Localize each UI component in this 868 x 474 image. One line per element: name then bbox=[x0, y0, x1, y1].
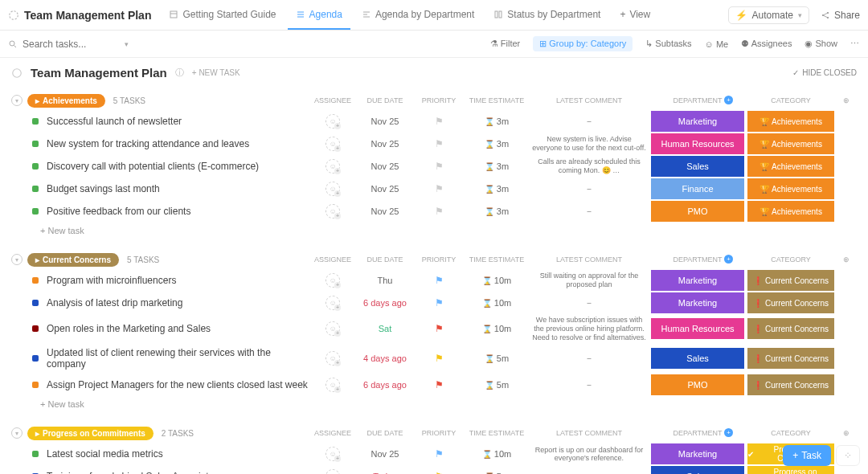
col-comment[interactable]: LATEST COMMENT bbox=[529, 255, 649, 264]
col-priority[interactable]: PRIORITY bbox=[413, 429, 465, 437]
task-name[interactable]: Program with microinfluencers bbox=[47, 271, 309, 290]
col-category[interactable]: CATEGORY bbox=[746, 96, 836, 104]
task-row[interactable]: Discovery call with potential clients (E… bbox=[0, 155, 868, 178]
time-estimate-cell[interactable]: ⌛3m bbox=[465, 139, 529, 149]
time-estimate-cell[interactable]: ⌛10m bbox=[465, 449, 529, 459]
assignee-cell[interactable]: ☺ bbox=[309, 447, 357, 461]
status-dot-icon[interactable] bbox=[32, 451, 39, 457]
task-row[interactable]: Analysis of latest drip marketing☺6 days… bbox=[0, 292, 868, 314]
tab-view[interactable]: +View bbox=[612, 1, 658, 30]
task-row[interactable]: Latest social media metrics☺Nov 25⚑⌛10mR… bbox=[0, 443, 868, 465]
col-comment[interactable]: LATEST COMMENT bbox=[529, 429, 649, 437]
col-assignee[interactable]: ASSIGNEE bbox=[309, 429, 357, 437]
time-estimate-cell[interactable]: ⌛10m bbox=[465, 298, 529, 308]
add-column-button[interactable]: ⊕ bbox=[836, 96, 857, 104]
latest-comment-cell[interactable]: – bbox=[529, 379, 649, 391]
task-name[interactable]: Assign Project Managers for the new clie… bbox=[47, 375, 309, 394]
latest-comment-cell[interactable]: Calls are already scheduled this coming … bbox=[529, 156, 649, 177]
priority-cell[interactable]: ⚑ bbox=[413, 206, 465, 217]
collapse-toggle[interactable]: ▾ bbox=[11, 254, 23, 265]
latest-comment-cell[interactable]: – bbox=[529, 353, 649, 365]
assignee-cell[interactable]: ☺ bbox=[309, 378, 357, 392]
due-date-cell[interactable]: Nov 25 bbox=[357, 161, 413, 171]
department-cell[interactable]: Sales bbox=[649, 155, 746, 178]
priority-cell[interactable]: ⚑ bbox=[413, 379, 465, 390]
time-estimate-cell[interactable]: ⌛3m bbox=[465, 116, 529, 126]
tab-agenda[interactable]: Agenda bbox=[288, 1, 350, 30]
task-name[interactable]: Successful launch of newsletter bbox=[47, 112, 309, 131]
priority-cell[interactable]: ⚑ bbox=[413, 116, 465, 127]
me-button[interactable]: ☺ Me bbox=[705, 39, 729, 49]
department-cell[interactable]: Marketing bbox=[649, 269, 746, 292]
department-cell[interactable]: Human Resources bbox=[649, 133, 746, 155]
status-dot-icon[interactable] bbox=[32, 300, 39, 306]
assignee-cell[interactable]: ☺ bbox=[309, 159, 357, 174]
status-dot-icon[interactable] bbox=[32, 186, 39, 192]
task-name[interactable]: Discovery call with potential clients (E… bbox=[47, 157, 309, 176]
department-cell[interactable]: Marketing bbox=[649, 443, 746, 465]
due-date-cell[interactable]: Nov 25 bbox=[357, 139, 413, 149]
category-cell[interactable]: 🏆Achievements bbox=[746, 133, 836, 155]
category-cell[interactable]: 🏆Achievements bbox=[746, 110, 836, 133]
col-due[interactable]: DUE DATE bbox=[357, 96, 413, 104]
category-cell[interactable]: ❗Current Concerns bbox=[746, 317, 836, 340]
tab-getting-started-guide[interactable]: Getting Started Guide bbox=[161, 1, 284, 30]
automate-button[interactable]: ⚡ Automate ▾ bbox=[728, 6, 809, 24]
task-name[interactable]: Budget savings last month bbox=[47, 179, 309, 198]
assignees-button[interactable]: ⚉ Assignees bbox=[741, 39, 792, 49]
chevron-down-icon[interactable]: ▾ bbox=[125, 40, 129, 48]
col-category[interactable]: CATEGORY bbox=[746, 255, 836, 264]
task-name[interactable]: Updated list of client renewing their se… bbox=[47, 343, 309, 374]
priority-cell[interactable]: ⚑ bbox=[413, 161, 465, 172]
latest-comment-cell[interactable]: – bbox=[529, 471, 649, 474]
more-icon[interactable]: ⋯ bbox=[850, 39, 860, 49]
category-cell[interactable]: 🏆Achievements bbox=[746, 200, 836, 223]
status-dot-icon[interactable] bbox=[32, 208, 39, 215]
latest-comment-cell[interactable]: New system is live. Advise everyone to u… bbox=[529, 133, 649, 154]
latest-comment-cell[interactable]: Report is up on our dashboard for everyo… bbox=[529, 444, 649, 465]
category-cell[interactable]: ❗Current Concerns bbox=[746, 269, 836, 292]
due-date-cell[interactable]: 6 days ago bbox=[357, 298, 413, 308]
add-column-button[interactable]: ⊕ bbox=[836, 429, 857, 437]
category-cell[interactable]: ❗Current Concerns bbox=[746, 347, 836, 370]
latest-comment-cell[interactable]: We have subscription issues with the pre… bbox=[529, 314, 649, 343]
due-date-cell[interactable]: 4 days ago bbox=[357, 353, 413, 363]
priority-cell[interactable]: ⚑ bbox=[413, 138, 465, 149]
hide-closed-button[interactable]: ✓ HIDE CLOSED bbox=[792, 68, 857, 77]
task-row[interactable]: Program with microinfluencers☺Thu⚑⌛10mSt… bbox=[0, 269, 868, 292]
share-button[interactable]: Share bbox=[821, 10, 860, 21]
group-label[interactable]: ▸Progress on Commitments bbox=[27, 427, 154, 440]
col-priority[interactable]: PRIORITY bbox=[413, 255, 465, 264]
show-button[interactable]: ◉ Show bbox=[805, 39, 837, 49]
info-icon[interactable]: ⓘ bbox=[175, 67, 184, 79]
latest-comment-cell[interactable]: – bbox=[529, 206, 649, 218]
add-column-button[interactable]: ⊕ bbox=[836, 255, 857, 264]
group-label[interactable]: ▸Current Concerns bbox=[27, 253, 119, 267]
category-cell[interactable]: ✔Progress on Commit… bbox=[746, 465, 836, 474]
task-row[interactable]: Training of newly hired Sales Associates… bbox=[0, 465, 868, 474]
category-cell[interactable]: 🏆Achievements bbox=[746, 155, 836, 178]
task-row[interactable]: Open roles in the Marketing and Sales☺Sa… bbox=[0, 314, 868, 343]
department-cell[interactable]: Human Resources bbox=[649, 317, 746, 340]
status-dot-icon[interactable] bbox=[32, 355, 39, 362]
tab-agenda-by-department[interactable]: Agenda by Department bbox=[354, 1, 482, 30]
time-estimate-cell[interactable]: ⌛3m bbox=[465, 161, 529, 171]
time-estimate-cell[interactable]: ⌛10m bbox=[465, 276, 529, 285]
assignee-cell[interactable]: ☺ bbox=[309, 204, 357, 219]
task-row[interactable]: Updated list of client renewing their se… bbox=[0, 343, 868, 374]
col-due[interactable]: DUE DATE bbox=[357, 255, 413, 264]
col-department[interactable]: DEPARTMENT+ bbox=[649, 429, 746, 437]
department-cell[interactable]: Marketing bbox=[649, 110, 746, 133]
priority-cell[interactable]: ⚑ bbox=[413, 275, 465, 286]
category-cell[interactable]: ❗Current Concerns bbox=[746, 374, 836, 396]
assignee-cell[interactable]: ☺ bbox=[309, 321, 357, 336]
task-row[interactable]: Assign Project Managers for the new clie… bbox=[0, 374, 868, 396]
collapse-toggle[interactable]: ▾ bbox=[11, 95, 23, 106]
latest-comment-cell[interactable]: – bbox=[529, 183, 649, 195]
due-date-cell[interactable]: Sat bbox=[357, 324, 413, 333]
department-cell[interactable]: Sales bbox=[649, 465, 746, 474]
assignee-cell[interactable]: ☺ bbox=[309, 296, 357, 310]
task-name[interactable]: Latest social media metrics bbox=[47, 444, 309, 464]
task-name[interactable]: Analysis of latest drip marketing bbox=[47, 293, 309, 313]
assignee-cell[interactable]: ☺ bbox=[309, 114, 357, 129]
